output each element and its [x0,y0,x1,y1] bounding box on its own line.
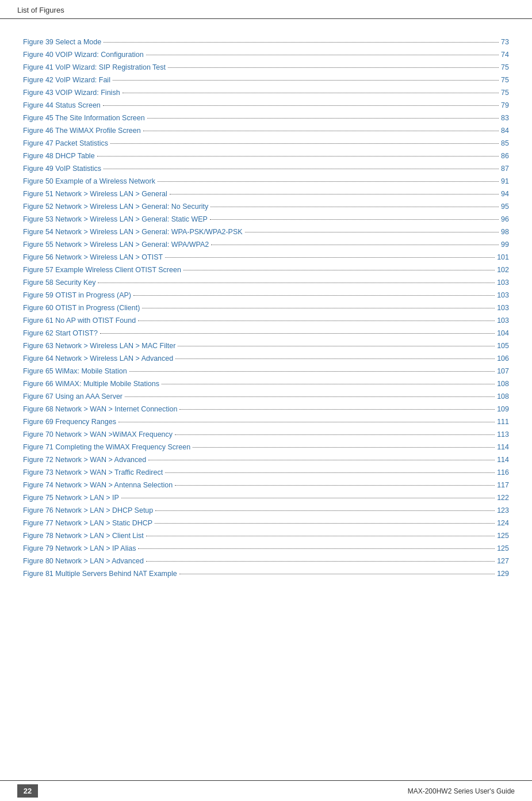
figure-link[interactable]: Figure 53 Network > Wireless LAN > Gener… [23,213,208,225]
figure-link[interactable]: Figure 47 Packet Statistics [23,138,108,149]
figure-dots [138,548,495,549]
figure-link[interactable]: Figure 75 Network > LAN > IP [23,492,119,504]
figure-link[interactable]: Figure 40 VOIP Wizard: Configuration [23,49,144,60]
figure-page-number: 91 [501,176,509,187]
list-item: Figure 68 Network > WAN > Internet Conne… [23,403,509,415]
figure-link[interactable]: Figure 48 DHCP Table [23,150,95,162]
figure-link[interactable]: Figure 49 VoIP Statistics [23,163,101,174]
figure-page-number: 73 [501,36,509,48]
figure-link[interactable]: Figure 45 The Site Information Screen [23,112,145,124]
figure-page-number: 109 [497,403,509,415]
figure-link[interactable]: Figure 81 Multiple Servers Behind NAT Ex… [23,568,177,579]
figure-page-number: 123 [497,505,509,516]
figure-dots [211,245,499,245]
figure-link[interactable]: Figure 76 Network > LAN > DHCP Setup [23,505,153,516]
figure-link[interactable]: Figure 44 Status Screen [23,100,101,111]
figure-dots [183,270,495,270]
figure-page-number: 106 [497,353,509,364]
list-item: Figure 52 Network > Wireless LAN > Gener… [23,201,509,212]
figure-link[interactable]: Figure 66 WiMAX: Multiple Mobile Station… [23,378,159,390]
figure-link[interactable]: Figure 73 Network > WAN > Traffic Redire… [23,467,163,478]
list-item: Figure 65 WiMax: Mobile Station107 [23,365,509,377]
figure-dots [179,409,495,410]
figure-link[interactable]: Figure 80 Network > LAN > Advanced [23,555,144,567]
figure-page-number: 124 [497,517,509,529]
figure-link[interactable]: Figure 72 Network > WAN > Advanced [23,454,146,466]
figure-link[interactable]: Figure 56 Network > Wireless LAN > OTIST [23,251,163,263]
figure-link[interactable]: Figure 70 Network > WAN >WiMAX Frequency [23,429,173,440]
figure-link[interactable]: Figure 64 Network > Wireless LAN > Advan… [23,353,173,364]
list-item: Figure 61 No AP with OTIST Found103 [23,315,509,326]
list-item: Figure 57 Example Wireless Client OTIST … [23,264,509,276]
list-item: Figure 47 Packet Statistics85 [23,138,509,149]
figure-dots [168,67,499,68]
list-item: Figure 81 Multiple Servers Behind NAT Ex… [23,568,509,579]
list-item: Figure 55 Network > Wireless LAN > Gener… [23,239,509,250]
figure-page-number: 102 [497,264,509,276]
figure-link[interactable]: Figure 57 Example Wireless Client OTIST … [23,264,181,276]
figure-link[interactable]: Figure 55 Network > Wireless LAN > Gener… [23,239,209,250]
figure-page-number: 94 [501,188,509,200]
figure-page-number: 108 [497,378,509,390]
page-number: 22 [17,784,38,798]
figure-link[interactable]: Figure 78 Network > LAN > Client List [23,530,144,541]
figure-link[interactable]: Figure 79 Network > LAN > IP Alias [23,543,136,554]
figure-dots [146,536,495,536]
figure-page-number: 117 [497,479,509,491]
figure-link[interactable]: Figure 68 Network > WAN > Internet Conne… [23,403,177,415]
figure-link[interactable]: Figure 63 Network > Wireless LAN > MAC F… [23,340,175,352]
list-item: Figure 42 VoIP Wizard: Fail75 [23,74,509,86]
figure-link[interactable]: Figure 74 Network > WAN > Antenna Select… [23,479,173,491]
figure-link[interactable]: Figure 54 Network > Wireless LAN > Gener… [23,226,243,238]
list-item: Figure 78 Network > LAN > Client List125 [23,530,509,541]
list-item: Figure 71 Completing the WiMAX Frequency… [23,441,509,453]
figure-page-number: 108 [497,391,509,402]
figure-link[interactable]: Figure 67 Using an AAA Server [23,391,123,402]
figure-link[interactable]: Figure 60 OTIST in Progress (Client) [23,302,140,314]
footer-guide-title: MAX-200HW2 Series User's Guide [408,787,515,795]
figure-link[interactable]: Figure 50 Example of a Wireless Network [23,176,155,187]
list-item: Figure 59 OTIST in Progress (AP)103 [23,289,509,301]
figure-page-number: 74 [501,49,509,60]
figure-link[interactable]: Figure 39 Select a Mode [23,36,101,48]
list-item: Figure 50 Example of a Wireless Network9… [23,176,509,187]
figure-link[interactable]: Figure 61 No AP with OTIST Found [23,315,136,326]
figure-link[interactable]: Figure 41 VoIP Wizard: SIP Registration … [23,62,166,73]
figure-dots [175,434,495,435]
figure-page-number: 125 [497,543,509,554]
list-item: Figure 64 Network > Wireless LAN > Advan… [23,353,509,364]
figure-dots [98,283,495,283]
list-item: Figure 40 VOIP Wizard: Configuration74 [23,49,509,60]
figure-link[interactable]: Figure 58 Security Key [23,277,95,288]
figure-page-number: 99 [501,239,509,250]
figure-link[interactable]: Figure 42 VoIP Wizard: Fail [23,74,110,86]
header-title: List of Figures [17,6,64,14]
figure-page-number: 129 [497,568,509,579]
figure-page-number: 122 [497,492,509,504]
figure-dots [138,321,495,321]
figure-list: Figure 39 Select a Mode73Figure 40 VOIP … [23,36,509,579]
figure-link[interactable]: Figure 52 Network > Wireless LAN > Gener… [23,201,208,212]
list-item: Figure 76 Network > LAN > DHCP Setup123 [23,505,509,516]
figure-link[interactable]: Figure 71 Completing the WiMAX Frequency… [23,441,190,453]
figure-link[interactable]: Figure 59 OTIST in Progress (AP) [23,289,131,301]
figure-link[interactable]: Figure 77 Network > LAN > Static DHCP [23,517,152,529]
figure-link[interactable]: Figure 46 The WiMAX Profile Screen [23,125,141,136]
list-item: Figure 67 Using an AAA Server108 [23,391,509,402]
figure-link[interactable]: Figure 51 Network > Wireless LAN > Gener… [23,188,167,200]
figure-page-number: 127 [497,555,509,567]
list-item: Figure 75 Network > LAN > IP122 [23,492,509,504]
figure-link[interactable]: Figure 69 Frequency Ranges [23,416,116,428]
figure-link[interactable]: Figure 43 VOIP Wizard: Finish [23,87,120,98]
figure-page-number: 75 [501,74,509,86]
list-item: Figure 51 Network > Wireless LAN > Gener… [23,188,509,200]
figure-dots [193,447,495,448]
figure-dots [162,384,495,384]
list-item: Figure 66 WiMAX: Multiple Mobile Station… [23,378,509,390]
figure-dots [123,93,499,93]
figure-link[interactable]: Figure 65 WiMax: Mobile Station [23,365,127,377]
figure-link[interactable]: Figure 62 Start OTIST? [23,327,98,339]
figure-page-number: 116 [497,467,509,478]
figure-dots [118,422,495,422]
figure-dots [147,118,499,119]
